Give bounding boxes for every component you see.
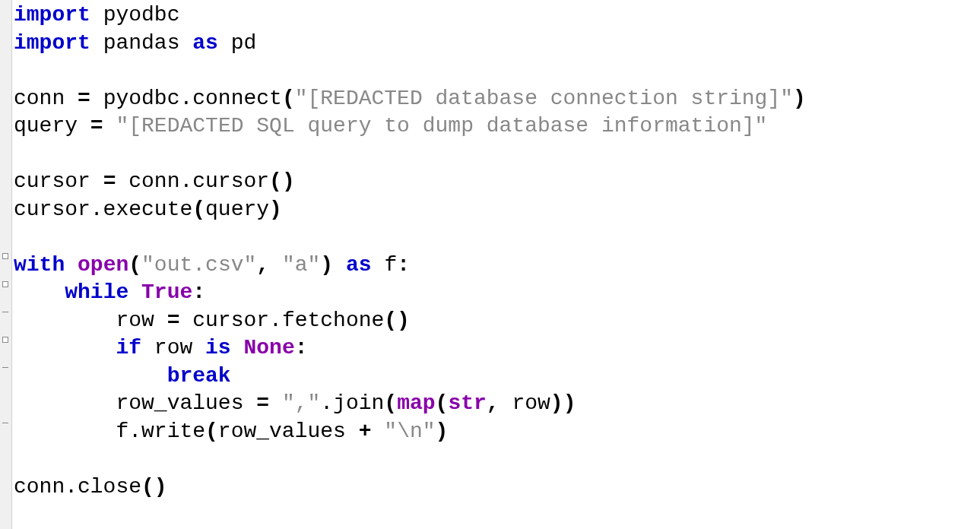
code-token: "[REDACTED database connection string]" [295, 87, 793, 110]
code-line [14, 57, 806, 85]
code-token: row [14, 309, 167, 332]
code-token: pd [218, 31, 256, 55]
code-token: () [141, 475, 167, 499]
fold-guide-icon [2, 312, 8, 312]
code-token: cursor [14, 169, 103, 193]
code-line: conn = pyodbc.connect("[REDACTED databas… [14, 85, 806, 113]
code-token: ( [128, 253, 141, 277]
code-line: query = "[REDACTED SQL query to dump dat… [14, 112, 806, 141]
code-line [14, 223, 806, 252]
code-token: row [500, 391, 550, 415]
code-token: : [192, 280, 205, 304]
code-token: cursor.fetchone [179, 309, 384, 332]
code-line: conn.close() [14, 474, 806, 502]
editor-gutter [0, 0, 12, 529]
code-token: "a" [282, 253, 320, 277]
code-token: True [141, 280, 192, 304]
code-token: None [243, 336, 294, 360]
code-token: = [256, 391, 269, 415]
code-line: cursor.execute(query) [14, 196, 806, 224]
code-token: "[REDACTED SQL query to dump database in… [116, 114, 767, 138]
code-token [231, 336, 244, 360]
code-line: import pyodbc [14, 2, 806, 30]
code-token [14, 336, 116, 360]
code-token [372, 420, 385, 443]
code-token: row_values [14, 391, 256, 415]
code-token [65, 253, 78, 277]
code-token: open [78, 253, 128, 277]
code-token: conn.cursor [116, 169, 269, 193]
code-token: .join [320, 391, 384, 415]
fold-marker-icon[interactable] [2, 337, 8, 343]
code-token: : [295, 336, 308, 360]
fold-guide-icon [2, 423, 8, 423]
code-line: import pandas as pd [14, 30, 806, 58]
code-token [269, 391, 282, 415]
code-line: while True: [14, 279, 806, 307]
code-token: () [269, 169, 295, 193]
code-token: if [116, 336, 141, 360]
code-line [14, 141, 806, 169]
code-token: ( [192, 198, 205, 221]
code-token: = [90, 114, 103, 138]
fold-marker-icon[interactable] [2, 253, 8, 259]
code-line: row = cursor.fetchone() [14, 307, 806, 335]
code-token: break [167, 364, 231, 388]
code-token: map [397, 391, 435, 415]
code-token: = [78, 87, 90, 110]
code-token [103, 114, 116, 138]
code-token: ) [436, 420, 449, 443]
code-token: with [14, 253, 65, 277]
code-token [269, 253, 282, 277]
code-token: () [384, 309, 410, 332]
code-token: "out.csv" [141, 253, 256, 277]
code-token: "\n" [384, 420, 435, 443]
code-token: is [205, 336, 231, 360]
code-line: row_values = ",".join(map(str, row)) [14, 390, 806, 418]
code-token: str [448, 391, 486, 415]
code-token: conn [14, 87, 78, 110]
code-token: : [397, 253, 410, 277]
code-token: )) [550, 391, 576, 415]
code-line: break [14, 363, 806, 391]
code-token [14, 364, 167, 388]
code-token: ( [205, 420, 218, 443]
code-token: "," [282, 391, 320, 415]
code-token: as [346, 253, 372, 277]
fold-marker-icon[interactable] [2, 281, 8, 287]
code-line: f.write(row_values + "\n") [14, 418, 806, 446]
code-line [14, 445, 806, 474]
code-token: query [205, 198, 269, 221]
fold-guide-icon [2, 367, 8, 368]
code-token: f.write [14, 420, 205, 443]
code-token: ( [282, 87, 295, 110]
code-token: import [14, 31, 90, 55]
code-line: with open("out.csv", "a") as f: [14, 252, 806, 280]
code-token: + [359, 420, 372, 443]
code-token: ) [320, 253, 333, 277]
code-token: , [487, 391, 500, 415]
code-line: cursor = conn.cursor() [14, 168, 806, 196]
code-token: ( [384, 391, 397, 415]
code-token [333, 253, 346, 277]
code-token: f [372, 253, 398, 277]
code-editor[interactable]: import pyodbcimport pandas as pdconn = p… [12, 0, 806, 529]
code-token [14, 280, 65, 304]
code-token: ) [793, 87, 806, 110]
code-token: import [14, 3, 90, 27]
code-token: , [256, 253, 269, 277]
code-line: if row is None: [14, 334, 806, 363]
code-token: query [14, 114, 90, 138]
code-token: cursor.execute [14, 198, 192, 221]
code-token: pyodbc.connect [90, 87, 282, 110]
code-token: row [141, 336, 205, 360]
code-token: = [103, 169, 116, 193]
code-token: = [167, 309, 180, 332]
code-token: row_values [218, 420, 359, 443]
code-token: pandas [90, 31, 192, 55]
code-token: conn.close [14, 475, 141, 499]
code-token: ( [436, 391, 449, 415]
code-token: ) [269, 198, 282, 221]
code-token: pyodbc [90, 3, 180, 27]
code-token [128, 280, 141, 304]
